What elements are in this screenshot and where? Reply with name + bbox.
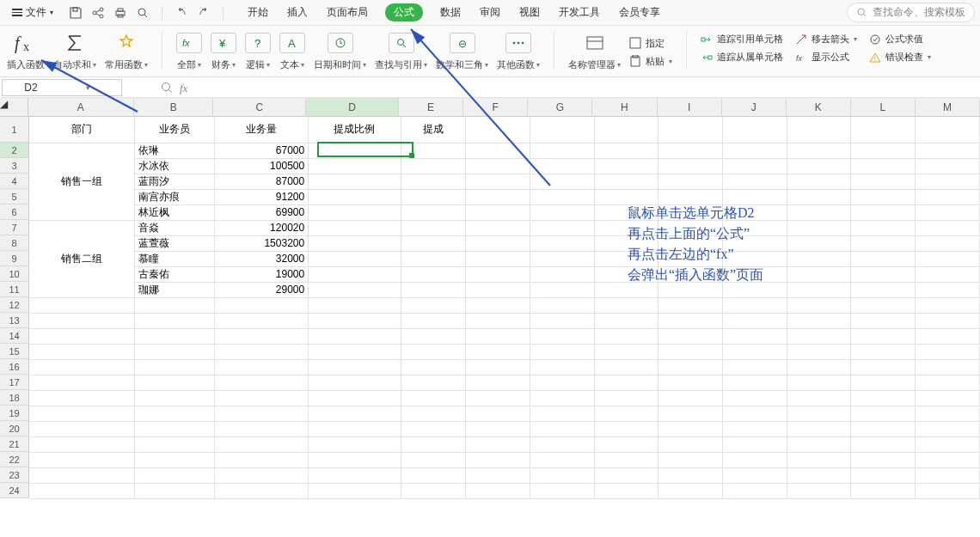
cell-L22[interactable] <box>851 452 916 467</box>
cell-K6[interactable] <box>787 204 851 220</box>
cell-K9[interactable] <box>787 251 851 266</box>
row-header-7[interactable]: 7 <box>0 220 29 235</box>
paste-button[interactable]: 粘贴▾ <box>629 55 672 68</box>
row-header-13[interactable]: 13 <box>0 313 29 328</box>
cell-M10[interactable] <box>916 266 980 282</box>
cell-B22[interactable] <box>135 452 214 467</box>
col-header-L[interactable]: L <box>851 98 916 117</box>
name-manager-button[interactable]: 名称管理器▾ <box>568 31 621 71</box>
sheet-area[interactable]: ◢ABCDEFGHIJKLM12345678910111213141516171… <box>0 98 980 499</box>
cell-A24[interactable] <box>29 483 135 498</box>
cell-L19[interactable] <box>851 406 916 421</box>
col-header-M[interactable]: M <box>916 98 980 117</box>
cell-G3[interactable] <box>530 158 594 174</box>
cell-G21[interactable] <box>530 436 594 452</box>
cell-K2[interactable] <box>787 143 851 158</box>
tab-dev[interactable]: 开发工具 <box>557 2 602 23</box>
cell-G4[interactable] <box>530 174 594 189</box>
text-fn-button[interactable]: A 文本▾ <box>279 31 305 71</box>
cell-I19[interactable] <box>658 406 723 421</box>
row-header-10[interactable]: 10 <box>0 266 29 282</box>
cell-G13[interactable] <box>530 313 594 328</box>
preview-icon[interactable] <box>136 6 150 20</box>
cell-E22[interactable] <box>401 452 465 467</box>
cell-H4[interactable] <box>594 174 658 189</box>
cell-C2[interactable]: 67000 <box>214 143 308 158</box>
cell-D20[interactable] <box>309 421 401 436</box>
cell-C19[interactable] <box>214 406 308 421</box>
cell-B9[interactable]: 慕瞳 <box>135 251 214 266</box>
math-fn-button[interactable]: ⊖ 数学和三角▾ <box>436 31 488 71</box>
row-header-9[interactable]: 9 <box>0 251 29 266</box>
cell-J6[interactable] <box>723 204 787 220</box>
row-header-12[interactable]: 12 <box>0 297 29 313</box>
cell-F15[interactable] <box>466 344 530 359</box>
save-icon[interactable] <box>69 6 83 20</box>
cell-L7[interactable] <box>851 220 916 235</box>
cell-B3[interactable]: 水冰依 <box>135 158 214 174</box>
cell-H9[interactable] <box>594 251 658 266</box>
cell-H7[interactable] <box>594 220 658 235</box>
cell-I20[interactable] <box>658 421 723 436</box>
cell-B24[interactable] <box>135 483 214 498</box>
cell-M22[interactable] <box>916 452 980 467</box>
col-header-A[interactable]: A <box>28 98 134 117</box>
error-check-button[interactable]: !错误检查▾ <box>869 51 931 64</box>
cell-M12[interactable] <box>916 297 980 313</box>
cell-G8[interactable] <box>530 235 594 251</box>
cell-C13[interactable] <box>214 313 308 328</box>
cell-D9[interactable] <box>309 251 401 266</box>
cell-B19[interactable] <box>135 406 214 421</box>
cell-J9[interactable] <box>723 251 787 266</box>
share-icon[interactable] <box>91 6 105 20</box>
magnifier-icon[interactable] <box>160 81 174 95</box>
cell-K19[interactable] <box>787 406 851 421</box>
col-header-J[interactable]: J <box>722 98 787 117</box>
cell-M18[interactable] <box>916 390 980 406</box>
cell-D18[interactable] <box>309 390 401 406</box>
cell-C15[interactable] <box>214 344 308 359</box>
cell-G23[interactable] <box>530 467 594 483</box>
cell-K15[interactable] <box>787 344 851 359</box>
cell-K24[interactable] <box>787 483 851 498</box>
cell-G19[interactable] <box>530 406 594 421</box>
autosum-button[interactable]: 自动求和▾ <box>53 31 96 71</box>
cell-I14[interactable] <box>658 328 723 344</box>
cell-K20[interactable] <box>787 421 851 436</box>
cell-A12[interactable] <box>29 297 135 313</box>
redo-icon[interactable] <box>197 6 211 20</box>
cell-H20[interactable] <box>594 421 658 436</box>
cell-K8[interactable] <box>787 235 851 251</box>
tab-formula[interactable]: 公式 <box>385 3 423 21</box>
assign-button[interactable]: 指定 <box>629 37 672 50</box>
row-header-15[interactable]: 15 <box>0 344 29 359</box>
cell-A14[interactable] <box>29 328 135 344</box>
cell-D15[interactable] <box>309 344 401 359</box>
cell-A13[interactable] <box>29 313 135 328</box>
cell-C6[interactable]: 69900 <box>214 204 308 220</box>
cell-H2[interactable] <box>594 143 658 158</box>
row-header-3[interactable]: 3 <box>0 158 29 174</box>
cell-L6[interactable] <box>851 204 916 220</box>
cell-B10[interactable]: 古秦佑 <box>135 266 214 282</box>
cell-K7[interactable] <box>787 220 851 235</box>
tab-vip[interactable]: 会员专享 <box>617 2 662 23</box>
cell-L17[interactable] <box>851 375 916 390</box>
cell-F16[interactable] <box>466 359 530 375</box>
cell-I6[interactable] <box>658 204 723 220</box>
cell-A7[interactable]: 销售二组 <box>29 220 135 297</box>
cell-K10[interactable] <box>787 266 851 282</box>
cell-I13[interactable] <box>658 313 723 328</box>
name-box[interactable]: D2 ▾ <box>2 79 122 96</box>
cell-H10[interactable] <box>594 266 658 282</box>
cell-F20[interactable] <box>466 421 530 436</box>
cell-J19[interactable] <box>723 406 787 421</box>
row-header-23[interactable]: 23 <box>0 467 29 483</box>
cell-M6[interactable] <box>916 204 980 220</box>
evaluate-formula-button[interactable]: 公式求值 <box>869 33 931 46</box>
col-header-C[interactable]: C <box>213 98 306 117</box>
cell-H19[interactable] <box>594 406 658 421</box>
cell-A15[interactable] <box>29 344 135 359</box>
cell-G2[interactable] <box>530 143 594 158</box>
cell-L11[interactable] <box>851 282 916 297</box>
